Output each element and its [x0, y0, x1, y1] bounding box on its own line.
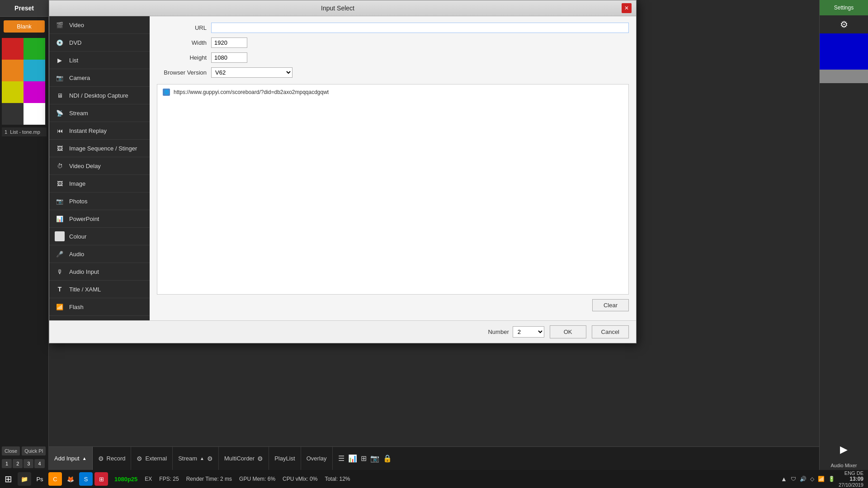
- overlay-item[interactable]: Overlay: [301, 447, 333, 470]
- input-type-powerpoint[interactable]: 📊 PowerPoint: [49, 210, 150, 228]
- input-type-photos[interactable]: 📷 Photos: [49, 192, 150, 210]
- stream-arrow-icon: ▲: [200, 456, 204, 461]
- lock-icon[interactable]: 🔒: [383, 454, 392, 463]
- dialog-titlebar: Input Select ✕: [49, 0, 636, 16]
- status-info: 1080p25 EX FPS: 25 Render Time: 2 ms GPU…: [109, 476, 776, 483]
- input-type-image-sequence-label: Image Sequence / Stinger: [69, 145, 137, 152]
- right-panel: Settings ⚙ ▶ Audio Mixer: [819, 0, 868, 470]
- input-type-image[interactable]: 🖼 Image: [49, 175, 150, 192]
- preset-num-2[interactable]: 2: [13, 459, 23, 468]
- tray-battery-icon[interactable]: 🔋: [828, 476, 835, 482]
- config-panel: URL Width Height Browser Version: [150, 16, 636, 320]
- input-select-dialog: Input Select ✕ 🎬 Video 💿 DVD ▶: [49, 0, 637, 343]
- taskbar-photoshop-icon[interactable]: Ps: [33, 472, 47, 486]
- record-label: Record: [107, 455, 126, 462]
- input-type-camera-label: Camera: [69, 75, 90, 81]
- taskbar-skype-icon[interactable]: S: [79, 472, 93, 486]
- preset-blank-button[interactable]: Blank: [4, 20, 45, 33]
- input-type-video-label: Video: [69, 22, 84, 28]
- input-type-image-label: Image: [69, 180, 85, 187]
- preset-num-4[interactable]: 4: [34, 459, 44, 468]
- multicorder-item[interactable]: MultiCorder ⚙: [219, 447, 269, 470]
- tray-dropbox-icon[interactable]: ◇: [810, 476, 814, 482]
- taskbar-firefox-icon[interactable]: 🦊: [64, 472, 77, 486]
- input-type-video[interactable]: 🎬 Video: [49, 16, 150, 34]
- url-label: URL: [157, 24, 211, 31]
- input-type-stream[interactable]: 📡 Stream: [49, 104, 150, 122]
- color-swatch-yellow[interactable]: [2, 81, 24, 103]
- input-type-ndi-label: NDI / Desktop Capture: [69, 92, 128, 99]
- color-swatch-magenta[interactable]: [24, 81, 45, 103]
- dialog-close-button[interactable]: ✕: [622, 3, 632, 13]
- settings-tab[interactable]: Settings: [820, 0, 868, 15]
- taskbar-app-icon[interactable]: ⊞: [94, 472, 108, 486]
- input-type-dvd[interactable]: 💿 DVD: [49, 34, 150, 52]
- grid-icon[interactable]: ⊞: [361, 454, 367, 463]
- external-item[interactable]: ⚙ External: [131, 447, 173, 470]
- height-input[interactable]: [211, 52, 247, 63]
- ok-button[interactable]: OK: [550, 325, 586, 338]
- color-swatch-white[interactable]: [24, 103, 45, 125]
- width-input[interactable]: [211, 38, 247, 48]
- multicorder-gear-icon: ⚙: [257, 455, 263, 462]
- input-type-video-delay[interactable]: ⏱ Video Delay: [49, 157, 150, 175]
- taskbar-folder-icon[interactable]: 📁: [18, 472, 31, 486]
- input-type-flash[interactable]: 📶 Flash: [49, 298, 150, 316]
- add-input-button[interactable]: Add Input ▲: [49, 447, 93, 470]
- bottom-toolbar: Add Input ▲ ⚙ Record ⚙ External Stream ▲…: [49, 446, 819, 470]
- record-item[interactable]: ⚙ Record: [93, 447, 132, 470]
- input-type-title-xaml-label: Title / XAML: [69, 286, 101, 293]
- color-swatch-red[interactable]: [2, 38, 24, 60]
- title-xaml-icon: T: [55, 284, 65, 294]
- chart-icon[interactable]: 📊: [348, 454, 357, 463]
- input-type-camera[interactable]: 📷 Camera: [49, 69, 150, 87]
- menu-icon[interactable]: ☰: [338, 454, 344, 463]
- windows-start-button[interactable]: ⊞: [0, 474, 17, 484]
- tray-antivirus-icon[interactable]: 🛡: [791, 476, 796, 482]
- input-type-title-xaml[interactable]: T Title / XAML: [49, 281, 150, 298]
- input-type-instant-replay[interactable]: ⏮ Instant Replay: [49, 122, 150, 140]
- color-swatch-orange[interactable]: [2, 60, 24, 81]
- stream-toolbar-label: Stream: [178, 455, 197, 462]
- video-icon: 🎬: [55, 20, 65, 30]
- input-type-list[interactable]: ▶ List: [49, 52, 150, 69]
- gear-icon[interactable]: ⚙: [820, 15, 868, 33]
- preset-num-1[interactable]: 1: [2, 459, 12, 468]
- input-type-image-sequence[interactable]: 🖼 Image Sequence / Stinger: [49, 140, 150, 157]
- play-icon[interactable]: ▶: [820, 438, 868, 461]
- history-item[interactable]: 🌐 https://www.guppyi.com/scoreboard/?did…: [160, 87, 626, 97]
- tray-up-icon[interactable]: ▲: [781, 475, 787, 483]
- color-swatch-dark[interactable]: [2, 103, 24, 125]
- camera-icon: 📷: [55, 73, 65, 83]
- taskbar-orange-icon[interactable]: C: [48, 472, 62, 486]
- flash-icon: 📶: [55, 302, 65, 312]
- playlist-item[interactable]: PlayList: [269, 447, 301, 470]
- close-button[interactable]: Close: [2, 446, 20, 455]
- color-swatch-green[interactable]: [24, 38, 45, 60]
- total-label: Total: 12%: [325, 476, 350, 482]
- input-type-ndi[interactable]: 🖥 NDI / Desktop Capture: [49, 87, 150, 104]
- input-type-virtual-set[interactable]: 👤 Virtual Set: [49, 316, 150, 320]
- instant-replay-icon: ⏮: [55, 126, 65, 136]
- preset-title: Preset: [0, 0, 48, 17]
- gray-color-block: [820, 70, 868, 83]
- browser-version-select[interactable]: V62 V68 V74: [211, 67, 292, 78]
- tray-signal-icon[interactable]: 📶: [818, 476, 825, 482]
- toolbar-right-icons: ☰ 📊 ⊞ 📷 🔒: [333, 447, 397, 470]
- quick-play-button[interactable]: Quick Pl: [22, 446, 46, 455]
- color-swatch-cyan[interactable]: [24, 60, 45, 81]
- audio-mixer-label: Audio Mixer: [820, 461, 868, 470]
- render-time-label: Render Time: 2 ms: [186, 476, 232, 482]
- input-type-audio-input[interactable]: 🎙 Audio Input: [49, 263, 150, 281]
- camera-toolbar-icon[interactable]: 📷: [370, 454, 379, 463]
- tray-volume-icon[interactable]: 🔊: [800, 476, 807, 482]
- input-type-audio[interactable]: 🎤 Audio: [49, 245, 150, 263]
- url-input[interactable]: [211, 23, 629, 33]
- stream-toolbar-item[interactable]: Stream ▲ ⚙: [173, 447, 219, 470]
- number-row: Number 1 2 3 4: [488, 326, 544, 338]
- clear-button[interactable]: Clear: [592, 299, 629, 311]
- cancel-button[interactable]: Cancel: [592, 325, 629, 338]
- input-type-colour[interactable]: Colour: [49, 228, 150, 245]
- number-select[interactable]: 1 2 3 4: [513, 326, 544, 338]
- preset-num-3[interactable]: 3: [24, 459, 33, 468]
